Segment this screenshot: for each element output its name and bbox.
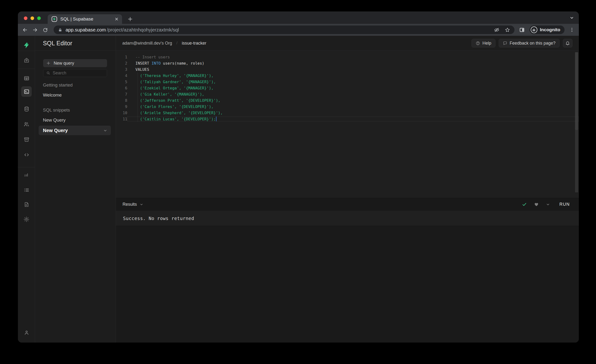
browser-toolbar: app.supabase.com /project/azahtnhqohyjer… bbox=[18, 24, 579, 36]
line-number: 1 bbox=[116, 55, 127, 59]
code-line[interactable]: 5 ('Taliyah Gardner', '{MANAGER}'), bbox=[116, 79, 579, 85]
speech-bubble-icon bbox=[503, 41, 507, 45]
side-panel-icon[interactable] bbox=[519, 27, 525, 33]
sql-editor-panel: SQL Editor New query Getting started Wel… bbox=[35, 36, 116, 342]
code-line[interactable]: 8 ('Jefferson Pratt', '{DEVELOPER}'), bbox=[116, 97, 579, 104]
sidebar-item-sql-editor[interactable] bbox=[21, 86, 32, 97]
line-number: 8 bbox=[116, 98, 127, 103]
code-line[interactable]: 10 ('Arielle Shepherd', '{DEVELOPER}'), bbox=[116, 110, 579, 116]
run-button[interactable]: RUN bbox=[557, 201, 572, 208]
sidebar-item-storage[interactable] bbox=[21, 134, 32, 145]
supabase-logo[interactable] bbox=[21, 40, 32, 51]
window-close-button[interactable] bbox=[24, 16, 27, 20]
new-query-button-label: New query bbox=[54, 61, 74, 66]
address-bar[interactable]: app.supabase.com /project/azahtnhqohyjer… bbox=[54, 25, 514, 34]
sidebar-item-home[interactable] bbox=[21, 54, 32, 66]
tab-close-icon[interactable] bbox=[114, 17, 119, 21]
sidebar-item-settings-gear-icon[interactable] bbox=[21, 214, 32, 225]
tab-title: SQL | Supabase bbox=[60, 16, 114, 22]
line-number: 7 bbox=[116, 92, 127, 97]
sidebar-item-logs[interactable] bbox=[21, 184, 32, 196]
search-input[interactable] bbox=[53, 71, 104, 75]
line-number: 11 bbox=[116, 117, 127, 121]
sidebar-item-reports[interactable] bbox=[21, 169, 32, 180]
editor-scrollbar[interactable] bbox=[575, 130, 578, 192]
text-cursor bbox=[216, 117, 216, 121]
url-path: /project/azahtnhqohyjerzaxtmk/sql bbox=[107, 27, 179, 33]
breadcrumb-org[interactable]: adam@windmill.dev's Org bbox=[122, 41, 172, 46]
editor-scrollbar[interactable] bbox=[575, 52, 578, 130]
code-text: ('Jefferson Pratt', '{DEVELOPER}'), bbox=[127, 98, 579, 103]
sidebar-item-welcome[interactable]: Welcome bbox=[43, 92, 62, 98]
code-text: ('Gia Keller', '{MANAGER}'), bbox=[127, 92, 579, 97]
help-button[interactable]: Help bbox=[472, 39, 495, 47]
rail-divider bbox=[18, 69, 35, 69]
line-number: 2 bbox=[116, 61, 127, 66]
panel-header: SQL Editor bbox=[35, 36, 116, 51]
code-line[interactable]: 1-- Insert users bbox=[116, 54, 579, 60]
line-number: 3 bbox=[116, 67, 127, 72]
run-options-chevron-icon[interactable] bbox=[546, 202, 550, 207]
help-question-icon bbox=[476, 41, 480, 45]
line-number: 6 bbox=[116, 86, 127, 90]
rail-divider bbox=[18, 167, 35, 167]
browser-tab[interactable]: SQL | Supabase bbox=[48, 14, 122, 24]
main-content: adam@windmill.dev's Org / issue-tracker … bbox=[116, 36, 579, 342]
code-lines: 1-- Insert users2INSERT INTO users(name,… bbox=[116, 51, 579, 122]
sidebar-item-api[interactable] bbox=[21, 149, 32, 160]
search-input-container bbox=[43, 69, 107, 77]
favorite-heart-icon[interactable] bbox=[534, 202, 539, 207]
feedback-button[interactable]: Feedback on this page? bbox=[499, 39, 559, 47]
url-domain: app.supabase.com bbox=[66, 27, 106, 33]
code-text: ('Theresa Hurley', '{MANAGER}'), bbox=[127, 74, 579, 78]
plus-icon bbox=[46, 61, 51, 65]
account-user-icon[interactable] bbox=[21, 327, 32, 338]
back-icon[interactable] bbox=[22, 27, 28, 33]
incognito-label: Incognito bbox=[540, 27, 560, 32]
code-line[interactable]: 11 ('Caitlin Lucas', '{DEVELOPER}'); bbox=[116, 116, 579, 122]
code-line[interactable]: 6 ('Ezekiel Ortega', '{MANAGER}'), bbox=[116, 85, 579, 91]
line-number: 10 bbox=[116, 111, 127, 115]
code-line[interactable]: 7 ('Gia Keller', '{MANAGER}'), bbox=[116, 91, 579, 97]
code-text: -- Insert users bbox=[127, 55, 579, 59]
code-line[interactable]: 3VALUES bbox=[116, 66, 579, 73]
code-line[interactable]: 4 ('Theresa Hurley', '{MANAGER}'), bbox=[116, 73, 579, 79]
code-text: ('Ezekiel Ortega', '{MANAGER}'), bbox=[127, 86, 579, 90]
incognito-badge[interactable]: Incognito bbox=[529, 25, 565, 34]
code-line[interactable]: 2INSERT INTO users(name, roles) bbox=[116, 60, 579, 66]
supabase-favicon-icon bbox=[52, 16, 57, 22]
line-number: 9 bbox=[116, 104, 127, 109]
window-minimize-button[interactable] bbox=[30, 16, 34, 20]
bookmark-star-icon[interactable] bbox=[505, 27, 510, 33]
lock-icon bbox=[58, 28, 62, 32]
sidebar-item-new-query-selected[interactable]: New Query bbox=[39, 126, 111, 135]
results-dropdown[interactable]: Results bbox=[123, 202, 137, 207]
line-number: 5 bbox=[116, 80, 127, 84]
password-eye-off-icon[interactable] bbox=[494, 27, 499, 33]
sidebar-item-authentication[interactable] bbox=[21, 119, 32, 130]
code-text: ('Caitlin Lucas', '{DEVELOPER}'); bbox=[127, 117, 579, 121]
new-tab-button[interactable] bbox=[126, 15, 135, 24]
browser-menu-kebab-icon[interactable] bbox=[569, 27, 574, 32]
sidebar-item-docs[interactable] bbox=[21, 199, 32, 210]
chevron-down-icon[interactable] bbox=[103, 128, 107, 133]
status-message: Success. No rows returned bbox=[123, 216, 194, 221]
sql-code-editor[interactable]: 1-- Insert users2INSERT INTO users(name,… bbox=[116, 51, 579, 198]
nav-rail bbox=[18, 36, 35, 342]
help-button-label: Help bbox=[483, 41, 491, 46]
browser-window: SQL | Supabase bbox=[18, 11, 579, 342]
sidebar-item-table-editor[interactable] bbox=[21, 73, 32, 84]
window-zoom-button[interactable] bbox=[37, 16, 41, 20]
code-text: ('Arielle Shepherd', '{DEVELOPER}'), bbox=[127, 111, 579, 115]
sidebar-item-new-query[interactable]: New Query bbox=[43, 118, 66, 123]
forward-icon[interactable] bbox=[32, 27, 38, 33]
code-line[interactable]: 9 ('Carlo Flores', '{DEVELOPER}'), bbox=[116, 104, 579, 110]
new-query-button[interactable]: New query bbox=[43, 59, 107, 67]
search-icon bbox=[46, 71, 50, 75]
reload-icon[interactable] bbox=[43, 27, 48, 32]
sidebar-item-database[interactable] bbox=[21, 103, 32, 115]
tab-overview-chevron-icon[interactable] bbox=[570, 15, 574, 20]
notifications-bell-icon[interactable] bbox=[563, 39, 572, 47]
results-chevron-down-icon[interactable] bbox=[140, 203, 143, 206]
breadcrumb-project[interactable]: issue-tracker bbox=[182, 41, 207, 46]
